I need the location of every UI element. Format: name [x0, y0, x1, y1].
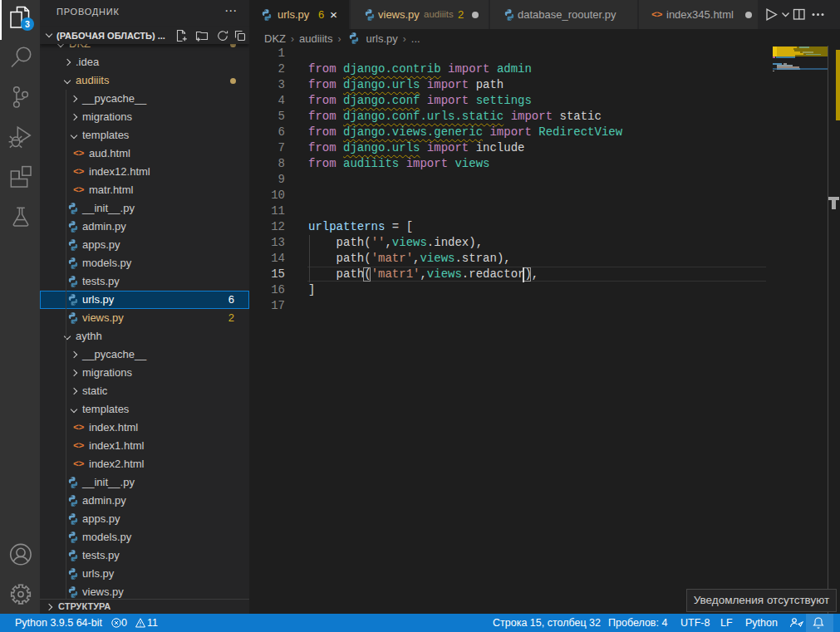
- svg-text:3: 3: [25, 19, 30, 29]
